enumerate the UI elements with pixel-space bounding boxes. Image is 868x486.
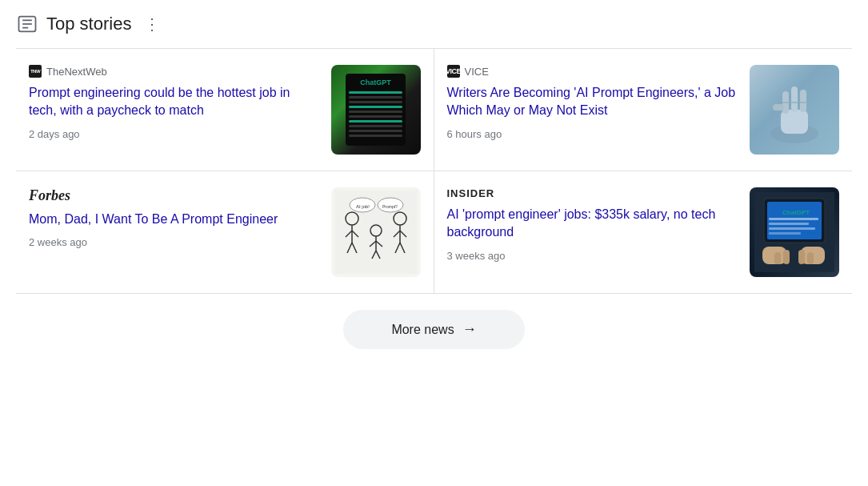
svg-rect-40 <box>783 250 790 264</box>
article-content: INSIDER AI 'prompt engineer' jobs: $335k… <box>447 187 741 262</box>
source-name: VICE <box>465 66 489 78</box>
article-content: Forbes Mom, Dad, I Want To Be A Prompt E… <box>29 187 322 248</box>
svg-rect-7 <box>791 86 798 112</box>
article-content: VICE VICE Writers Are Becoming 'AI Promp… <box>447 65 741 140</box>
article-time: 2 weeks ago <box>29 236 322 248</box>
top-stories-container: Top stories ⋮ TNW TheNextWeb Prompt engi… <box>0 0 868 378</box>
article-image <box>750 65 839 155</box>
article-title: Mom, Dad, I Want To Be A Prompt Engineer <box>29 211 322 228</box>
svg-rect-9 <box>773 104 784 110</box>
article-card[interactable]: Forbes Mom, Dad, I Want To Be A Prompt E… <box>16 171 434 294</box>
svg-rect-39 <box>774 252 781 264</box>
more-options-button[interactable]: ⋮ <box>144 14 160 34</box>
article-title: AI 'prompt engineer' jobs: $335k salary,… <box>447 206 741 242</box>
svg-rect-41 <box>798 250 805 264</box>
section-title: Top stories <box>46 14 131 34</box>
article-image: AI job! Prompt? <box>331 187 421 277</box>
article-title: Writers Are Becoming 'AI Prompt Engineer… <box>447 84 741 120</box>
source-row: Forbes <box>29 187 322 204</box>
article-image: ChatGPT <box>750 187 839 277</box>
svg-rect-47 <box>769 223 809 225</box>
svg-text:Prompt?: Prompt? <box>382 204 398 209</box>
more-news-label: More news <box>391 323 454 337</box>
news-grid: TNW TheNextWeb Prompt engineering could … <box>16 49 852 294</box>
more-news-section: More news → <box>16 294 852 365</box>
svg-rect-48 <box>769 227 815 230</box>
source-logo: TNW <box>29 65 42 78</box>
article-time: 2 days ago <box>29 128 322 140</box>
article-time: 6 hours ago <box>447 128 741 140</box>
svg-text:ChatGPT: ChatGPT <box>782 209 810 216</box>
cartoon-graphic: AI job! Prompt? <box>334 191 418 274</box>
article-card[interactable]: INSIDER AI 'prompt engineer' jobs: $335k… <box>434 171 853 294</box>
svg-rect-8 <box>800 90 806 112</box>
section-header: Top stories ⋮ <box>16 13 852 35</box>
source-row: VICE VICE <box>447 65 741 78</box>
source-name: INSIDER <box>447 187 495 199</box>
source-name: TheNextWeb <box>46 66 107 78</box>
svg-rect-42 <box>807 252 814 264</box>
article-time: 3 weeks ago <box>447 250 741 262</box>
robot-hand-graphic <box>758 74 830 146</box>
source-name: Forbes <box>29 187 70 204</box>
article-title: Prompt engineering could be the hottest … <box>29 84 322 120</box>
article-image: ChatGPT <box>331 65 421 155</box>
source-row: INSIDER <box>447 187 741 199</box>
svg-text:AI job!: AI job! <box>356 204 370 209</box>
source-logo: VICE <box>447 65 460 78</box>
svg-rect-13 <box>334 191 418 274</box>
article-card[interactable]: TNW TheNextWeb Prompt engineering could … <box>16 49 434 171</box>
arrow-right-icon: → <box>462 321 477 338</box>
more-news-button[interactable]: More news → <box>343 310 524 349</box>
svg-rect-46 <box>769 218 818 220</box>
svg-rect-49 <box>769 232 801 235</box>
newspaper-icon <box>16 13 38 35</box>
laptop-graphic: ChatGPT <box>754 192 834 272</box>
article-card[interactable]: VICE VICE Writers Are Becoming 'AI Promp… <box>434 49 853 171</box>
source-row: TNW TheNextWeb <box>29 65 322 78</box>
article-content: TNW TheNextWeb Prompt engineering could … <box>29 65 322 140</box>
